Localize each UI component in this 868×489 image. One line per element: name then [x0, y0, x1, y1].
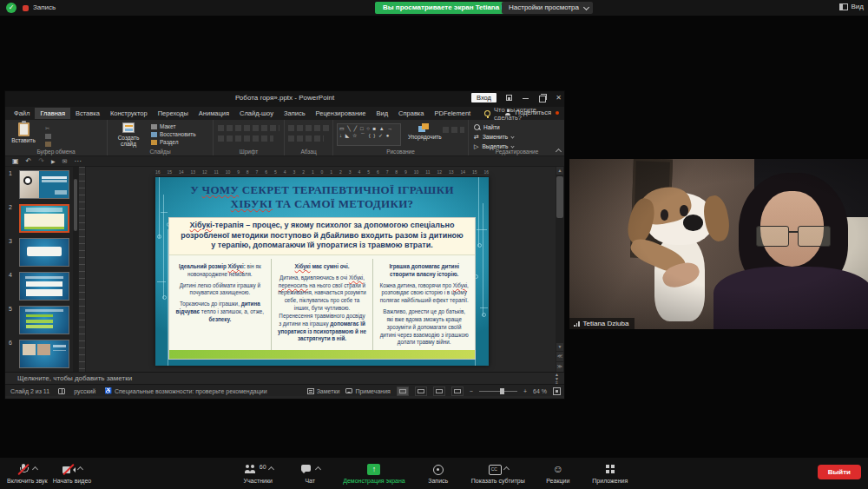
slide-canvas[interactable]: 1615141312111098765432101234567891011121…: [86, 167, 556, 372]
normal-view-button[interactable]: [397, 387, 409, 396]
zoom-slider-thumb[interactable]: [500, 388, 504, 394]
view-button[interactable]: Вид: [839, 3, 864, 10]
undo-icon[interactable]: ↶: [26, 157, 32, 165]
fit-slide-icon[interactable]: [553, 387, 561, 395]
record-button[interactable]: Запись: [419, 463, 457, 484]
spellcheck-icon[interactable]: [58, 388, 65, 394]
slide-thumbnail-6[interactable]: 6: [19, 340, 73, 368]
scroll-up-icon[interactable]: ▲: [556, 167, 563, 175]
find-button[interactable]: Найти: [474, 122, 514, 132]
arrange-button[interactable]: Упорядочить: [408, 123, 439, 140]
format-painter-button: [45, 140, 51, 148]
thumbnail-preview[interactable]: [19, 340, 69, 368]
thumbnail-preview[interactable]: [19, 238, 69, 267]
tab-анимация[interactable]: Анимация: [194, 108, 234, 119]
next-slide-button[interactable]: ≫: [556, 362, 563, 372]
zoom-out-button[interactable]: −: [470, 388, 473, 394]
notes-panel[interactable]: Щелкните, чтобы добавить заметки ▲▼≡: [5, 372, 564, 384]
zoom-slider[interactable]: [479, 391, 517, 392]
slide-thumbnail-1[interactable]: 1: [19, 170, 73, 199]
tab-запись[interactable]: Запись: [279, 108, 311, 119]
close-icon[interactable]: ✕: [555, 94, 562, 102]
ribbon-display-options-icon[interactable]: [505, 94, 513, 102]
minimize-icon[interactable]: [522, 94, 529, 102]
start-video-button[interactable]: Начать видео: [53, 463, 91, 484]
tab-справка[interactable]: Справка: [393, 108, 429, 119]
security-shield-icon[interactable]: ✓: [6, 3, 16, 13]
share-button[interactable]: ↑Демонстрация экрана: [343, 463, 405, 484]
slide-editor[interactable]: У ЧОМУ СЕКРЕТ ТЕРАПЕВТИЧНОЇ ІГРАШКИ ХІБУ…: [155, 177, 489, 366]
chevron-up-icon[interactable]: [503, 466, 510, 472]
tab-вставка[interactable]: Вставка: [70, 108, 105, 119]
slide-column-3[interactable]: Іграшка допомагає дитині створити власну…: [373, 259, 475, 350]
participants-button[interactable]: 60Участники: [239, 463, 277, 484]
slide-body-panel[interactable]: Хібукі-терапія – процес, у якому психоло…: [168, 217, 476, 360]
thumbnails-scrollbar[interactable]: [73, 167, 78, 372]
language-status[interactable]: русский: [74, 388, 95, 394]
save-icon[interactable]: ▣: [12, 157, 19, 165]
title-bar[interactable]: Робота горя».pptx - PowerPoint Вход ✕: [5, 91, 564, 107]
quick-styles-disabled: [443, 127, 464, 133]
tab-рецензирование[interactable]: Рецензирование: [311, 108, 372, 119]
thumbnail-preview[interactable]: [19, 272, 69, 301]
scroll-down-icon[interactable]: ▼: [556, 343, 563, 351]
chat-button[interactable]: Чат: [291, 463, 329, 484]
slide-thumbnail-2[interactable]: 2: [19, 204, 73, 233]
tab-переходы[interactable]: Переходы: [153, 108, 194, 119]
tab-главная[interactable]: Главная: [35, 108, 70, 119]
shapes-gallery[interactable]: ▭ ╲ ╱ □ ○ ■ ▲ → ↓ ◣ ☆ ⌒ { } ✓ ● ▴▾≡: [337, 123, 401, 146]
previous-slide-button[interactable]: ≪: [556, 352, 563, 361]
apps-button[interactable]: Приложения: [591, 463, 629, 484]
tab-файл[interactable]: Файл: [9, 108, 35, 119]
captions-button[interactable]: Показать субтитры: [471, 463, 525, 484]
replace-button[interactable]: ⇄Заменить: [474, 132, 514, 142]
paste-button[interactable]: Вставить: [9, 122, 38, 143]
slide-title-textbox[interactable]: У ЧОМУ СЕКРЕТ ТЕРАПЕВТИЧНОЇ ІГРАШКИ ХІБУ…: [178, 183, 466, 212]
slide-thumbnail-4[interactable]: 4: [19, 272, 73, 301]
scrollbar-thumb[interactable]: [556, 176, 563, 218]
slide-sorter-view-button[interactable]: [415, 387, 427, 396]
view-settings-button[interactable]: Настройки просмотра: [502, 2, 593, 14]
share-button[interactable]: Поделиться: [516, 109, 551, 116]
notes-toggle[interactable]: Заметки: [307, 388, 340, 394]
accessibility-checker[interactable]: ♿ Специальные возможности: проверьте рек…: [104, 387, 266, 394]
editing-group: Найти ⇄Заменить ▷Выделить Редактирование: [469, 120, 565, 155]
section-button[interactable]: Раздел: [151, 138, 196, 146]
leave-meeting-button[interactable]: Выйти: [818, 465, 861, 479]
comments-toggle[interactable]: Примечания: [345, 388, 390, 394]
unmute-button[interactable]: Включить звук: [7, 463, 48, 484]
restore-icon[interactable]: [538, 94, 546, 102]
tab-вид[interactable]: Вид: [371, 108, 393, 119]
reset-button[interactable]: Восстановить: [151, 130, 196, 138]
slide-intro-textbox[interactable]: Хібукі-терапія – процес, у якому психоло…: [169, 218, 475, 255]
notes-placeholder[interactable]: Щелкните, чтобы добавить заметки: [17, 374, 132, 382]
webcam-video-tile[interactable]: Tetiana Dziuba: [569, 159, 868, 329]
preview-icon[interactable]: ✉: [62, 158, 68, 165]
reactions-button[interactable]: ☺Реакции: [539, 463, 577, 484]
tab-слайд-шоу[interactable]: Слайд-шоу: [234, 108, 279, 119]
thumbnail-preview[interactable]: [19, 170, 69, 199]
slide-thumbnail-5[interactable]: 5: [19, 306, 73, 334]
chevron-up-icon[interactable]: [268, 466, 274, 472]
chevron-up-icon[interactable]: [77, 466, 83, 472]
thumbnail-preview[interactable]: [19, 204, 69, 233]
new-slide-button[interactable]: Создать слайд: [111, 122, 146, 147]
slide-column-2[interactable]: Хібукі має сумні очі.Дитина, вдивляючись…: [272, 259, 374, 350]
notes-resize-icons[interactable]: ▲▼≡: [555, 373, 559, 385]
reading-view-button[interactable]: [433, 387, 445, 396]
tab-конструктор[interactable]: Конструктор: [105, 108, 153, 119]
slide-thumbnail-3[interactable]: 3: [19, 238, 73, 267]
vertical-scrollbar[interactable]: ▲ ▼ ≪ ≫: [556, 167, 564, 372]
zoom-percent[interactable]: 64 %: [533, 388, 547, 394]
chevron-up-icon[interactable]: [315, 466, 321, 472]
slideshow-icon[interactable]: ▶: [51, 158, 56, 164]
thumbnail-preview[interactable]: [19, 306, 69, 334]
zoom-in-button[interactable]: +: [523, 388, 527, 394]
more-commands-icon[interactable]: ⋯: [74, 157, 81, 165]
layout-button[interactable]: Макет: [151, 122, 196, 130]
slideshow-view-button[interactable]: [451, 387, 464, 396]
signin-button[interactable]: Вход: [471, 93, 496, 102]
chevron-up-icon[interactable]: [32, 466, 38, 472]
slide-column-1[interactable]: Ідеальний розмір Хібукі: він як новонаро…: [169, 259, 272, 350]
tab-pdfelement[interactable]: PDFelement: [429, 108, 476, 119]
